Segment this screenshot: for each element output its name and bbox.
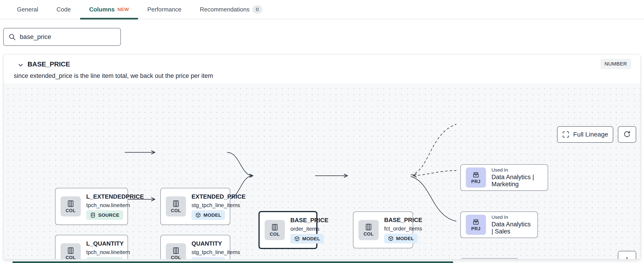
node-type-label: MODEL — [396, 236, 414, 241]
badge-label: PRJ — [471, 179, 480, 184]
source-type-pill: SOURCE — [86, 257, 123, 260]
node-subtitle: stg_tpch_line_items — [192, 249, 240, 256]
node-title: QUANTITY — [192, 240, 222, 247]
node-subtitle: tpch_now.lineitem — [86, 249, 130, 256]
cube-icon — [294, 236, 300, 242]
tab-label: Performance — [147, 6, 182, 13]
tab-columns[interactable]: Columns NEW — [80, 0, 138, 19]
node-type-label: MODEL — [204, 259, 221, 260]
refresh-button[interactable] — [618, 126, 636, 143]
exposure-title: Data Analytics | Marketing — [492, 174, 543, 188]
cube-icon — [195, 212, 201, 218]
column-type-badge: NUMBER — [600, 59, 631, 69]
exposure-node-marketing[interactable]: PRJ Used In Data Analytics | Marketing — [460, 164, 548, 191]
exposure-title: Data Analytics | Sales — [492, 221, 532, 235]
lineage-node-base-price-order-items[interactable]: COL BASE_PRICE order_items MODEL — [258, 211, 318, 249]
expand-icon — [562, 131, 570, 138]
columns-icon — [271, 223, 279, 231]
columns-icon — [365, 223, 372, 231]
horizontal-scrollbar[interactable] — [12, 262, 453, 263]
column-badge: COL — [60, 243, 81, 260]
badge-label: COL — [364, 231, 374, 237]
node-subtitle: fct_order_items — [384, 226, 422, 232]
node-title: L_QUANTITY — [86, 240, 124, 247]
tab-label: Code — [57, 6, 71, 13]
recommendations-count-badge: 0 — [252, 5, 262, 13]
node-title: BASE_PRICE — [290, 217, 328, 224]
tab-general[interactable]: General — [8, 0, 48, 19]
node-title: L_EXTENDEDPRICE — [86, 193, 144, 200]
search-icon — [8, 33, 16, 41]
chevron-down-icon — [18, 62, 24, 68]
column-badge: COL — [166, 196, 186, 217]
database-icon — [90, 259, 96, 260]
cube-icon — [195, 259, 201, 260]
model-type-pill: MODEL — [192, 257, 225, 260]
full-lineage-button[interactable]: Full Lineage — [557, 126, 613, 143]
used-in-label: Used In — [492, 167, 508, 173]
node-type-label: MODEL — [204, 212, 221, 218]
tab-recommendations[interactable]: Recommendations 0 — [190, 0, 271, 19]
lineage-node-base-price-fct-order-items[interactable]: COL BASE_PRICE fct_order_items MODEL — [353, 212, 413, 248]
zoom-in-button[interactable]: + — [618, 251, 636, 260]
lineage-node-extended-price[interactable]: COL EXTENDED_PRICE stg_tpch_line_items M… — [160, 188, 230, 225]
project-badge: PRJ — [466, 168, 486, 188]
collapse-button[interactable] — [16, 60, 26, 70]
badge-label: COL — [66, 208, 76, 213]
column-badge: COL — [358, 220, 379, 240]
tab-performance[interactable]: Performance — [138, 0, 190, 19]
database-icon — [90, 212, 96, 218]
node-subtitle: tpch_now.lineitem — [86, 202, 130, 209]
model-type-pill: MODEL — [290, 234, 324, 244]
badge-label: PRJ — [471, 226, 480, 231]
refresh-icon — [623, 130, 631, 139]
column-search[interactable] — [3, 28, 121, 46]
column-badge: COL — [60, 196, 81, 217]
project-badge: PRJ — [466, 215, 486, 235]
archive-icon — [472, 218, 480, 226]
columns-icon — [67, 247, 74, 255]
badge-label: COL — [171, 208, 181, 213]
node-title: EXTENDED_PRICE — [192, 193, 246, 200]
node-title: BASE_PRICE — [384, 217, 422, 224]
column-badge: COL — [166, 243, 186, 260]
badge-label: COL — [270, 232, 280, 237]
columns-icon — [67, 200, 74, 208]
column-lineage-page: General Code Columns NEW Performance Rec… — [0, 0, 644, 263]
archive-icon — [472, 171, 480, 179]
tab-label: Recommendations — [200, 6, 250, 13]
model-type-pill: MODEL — [192, 210, 225, 220]
badge-label: COL — [171, 255, 181, 260]
node-type-label: SOURCE — [98, 212, 120, 218]
source-type-pill: SOURCE — [86, 210, 123, 220]
node-type-label: SOURCE — [98, 259, 120, 260]
tab-bar: General Code Columns NEW Performance Rec… — [0, 0, 644, 19]
node-type-label: MODEL — [302, 236, 320, 242]
columns-icon — [172, 247, 180, 255]
node-subtitle: order_items — [290, 226, 320, 232]
full-lineage-label: Full Lineage — [573, 131, 608, 138]
column-description: since extended_price is the line item to… — [14, 72, 213, 79]
model-type-pill: MODEL — [384, 234, 418, 243]
badge-label: COL — [66, 255, 76, 260]
tab-label: General — [17, 6, 38, 13]
column-badge: COL — [265, 220, 285, 240]
exposure-node-sales[interactable]: PRJ Used In Data Analytics | Sales — [460, 212, 538, 238]
lineage-canvas[interactable]: COL L_EXTENDEDPRICE tpch_now.lineitem SO… — [4, 83, 640, 259]
tab-code[interactable]: Code — [48, 0, 80, 19]
columns-icon — [172, 200, 180, 208]
column-panel-header[interactable]: BASE_PRICE NUMBER since extended_price i… — [4, 54, 640, 83]
lineage-node-l-quantity[interactable]: COL L_QUANTITY tpch_now.lineitem SOURCE — [55, 235, 128, 260]
lineage-node-base-price-use-variables[interactable]: COL BASE_PRICE use_variables MODEL — [460, 258, 519, 260]
node-subtitle: stg_tpch_line_items — [192, 202, 240, 209]
column-name: BASE_PRICE — [28, 60, 70, 68]
lineage-node-l-extendedprice[interactable]: COL L_EXTENDEDPRICE tpch_now.lineitem SO… — [55, 188, 128, 225]
lineage-node-quantity[interactable]: COL QUANTITY stg_tpch_line_items MODEL — [160, 235, 230, 260]
used-in-label: Used In — [492, 215, 508, 220]
column-panel: BASE_PRICE NUMBER since extended_price i… — [3, 54, 641, 260]
zoom-controls: + − — [618, 251, 636, 260]
new-badge: NEW — [118, 7, 129, 12]
search-input[interactable] — [20, 33, 116, 40]
cube-icon — [388, 236, 394, 242]
tab-label: Columns — [89, 6, 115, 13]
